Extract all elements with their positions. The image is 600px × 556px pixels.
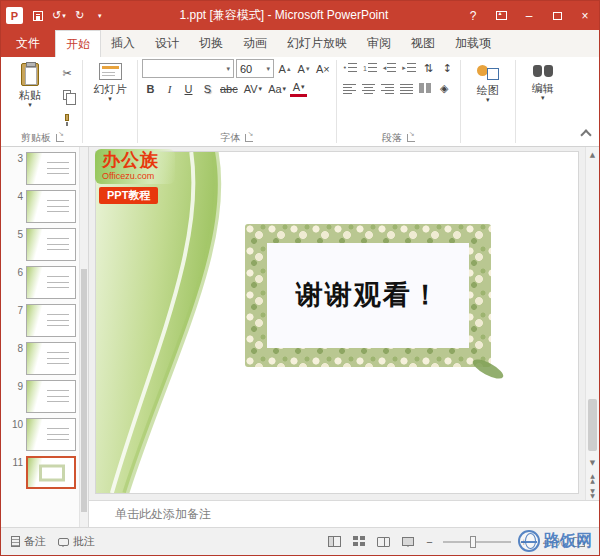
slide-thumbnail[interactable] — [26, 266, 76, 299]
paragraph-dialog-launcher[interactable] — [407, 134, 415, 142]
paste-button[interactable]: 粘贴▾ — [7, 59, 53, 130]
scrollbar-track[interactable] — [586, 162, 599, 455]
thumbnail-scrollbar[interactable] — [79, 147, 88, 527]
collapse-ribbon-button[interactable] — [580, 129, 591, 140]
slide-thumbnail[interactable] — [26, 418, 76, 451]
zoom-slider-handle[interactable] — [470, 536, 476, 548]
fit-to-window-button[interactable] — [567, 531, 591, 553]
character-spacing-button[interactable]: AV▾ — [242, 80, 264, 98]
cut-button[interactable]: ✂ — [56, 64, 78, 82]
text-direction-button[interactable]: ⇅ — [420, 59, 437, 77]
increase-font-size-button[interactable]: A▴ — [276, 60, 293, 78]
next-slide-button[interactable] — [586, 485, 599, 500]
reading-view-button[interactable] — [371, 531, 396, 553]
decrease-font-size-button[interactable]: A▾ — [295, 60, 312, 78]
slide-thumbnail[interactable] — [26, 456, 76, 489]
copy-button[interactable] — [56, 86, 78, 104]
close-button[interactable]: × — [571, 1, 599, 30]
justify-button[interactable] — [398, 79, 415, 97]
line-spacing-button[interactable]: ↕ — [439, 59, 456, 77]
help-button[interactable]: ? — [459, 1, 487, 30]
columns-button[interactable] — [417, 79, 434, 97]
normal-view-button[interactable] — [322, 531, 347, 553]
tab-animations[interactable]: 动画 — [233, 30, 277, 57]
slide-thumbnail[interactable] — [26, 228, 76, 261]
thumbnail-row-9[interactable]: 9 — [1, 380, 76, 413]
vertical-scrollbar[interactable]: ▲ ▼ — [585, 147, 599, 500]
editing-button[interactable]: 编辑▾ — [520, 59, 566, 146]
thumbnail-row-11-selected[interactable]: 11 — [1, 456, 76, 489]
slide-thumbnail[interactable] — [26, 152, 76, 185]
font-color-button[interactable]: A▾ — [290, 82, 307, 97]
text-shadow-button[interactable]: S — [199, 80, 216, 98]
convert-smartart-button[interactable]: ◈ — [436, 79, 453, 97]
underline-button[interactable]: U — [180, 80, 197, 98]
thumbnail-scrollbar-thumb[interactable] — [81, 269, 87, 512]
zoom-in-button[interactable]: + — [515, 531, 533, 553]
thumbnail-row-7[interactable]: 7 — [1, 304, 76, 337]
drawing-button[interactable]: 绘图▾ — [465, 59, 511, 146]
undo-button[interactable]: ↺▾ — [49, 6, 69, 26]
floral-frame[interactable]: 谢谢观看！ — [245, 224, 491, 367]
align-right-button[interactable] — [379, 79, 396, 97]
zoom-out-button[interactable]: − — [420, 531, 438, 553]
clipboard-dialog-launcher[interactable] — [56, 134, 64, 142]
align-center-button[interactable] — [360, 79, 377, 97]
tab-insert[interactable]: 插入 — [101, 30, 145, 57]
powerpoint-app-icon[interactable]: P — [6, 7, 23, 24]
notes-pane[interactable]: 单击此处添加备注 — [89, 500, 599, 527]
bullets-button[interactable]: • — [341, 59, 359, 77]
tab-slideshow[interactable]: 幻灯片放映 — [277, 30, 357, 57]
slide-thumbnail[interactable] — [26, 304, 76, 337]
decrease-indent-button[interactable]: ◂ — [381, 59, 399, 77]
minimize-button[interactable]: – — [515, 1, 543, 30]
scrollbar-thumb[interactable] — [588, 399, 597, 451]
thumbnail-row-6[interactable]: 6 — [1, 266, 76, 299]
tab-file[interactable]: 文件 — [1, 30, 55, 57]
align-left-button[interactable] — [341, 79, 358, 97]
change-case-button[interactable]: Aa▾ — [266, 80, 288, 98]
tab-transitions[interactable]: 切换 — [189, 30, 233, 57]
format-painter-button[interactable] — [56, 108, 78, 126]
scroll-down-button[interactable]: ▼ — [586, 455, 599, 470]
slide-thumbnail[interactable] — [26, 380, 76, 413]
comments-toggle-button[interactable]: 批注 — [52, 531, 101, 553]
bold-button[interactable]: B — [142, 80, 159, 98]
tab-view[interactable]: 视图 — [401, 30, 445, 57]
italic-button[interactable]: I — [161, 80, 178, 98]
tab-design[interactable]: 设计 — [145, 30, 189, 57]
slide-sorter-view-button[interactable] — [347, 531, 371, 553]
thumbnail-row-5[interactable]: 5 — [1, 228, 76, 261]
qat-customize-button[interactable]: ▾ — [91, 6, 109, 26]
slide-thumbnail[interactable] — [26, 342, 76, 375]
increase-indent-button[interactable]: ▸ — [400, 59, 418, 77]
thumbnail-row-8[interactable]: 8 — [1, 342, 76, 375]
scroll-up-button[interactable]: ▲ — [586, 147, 599, 162]
redo-button[interactable]: ↻ — [71, 6, 89, 26]
ribbon-display-options-button[interactable] — [487, 1, 515, 30]
slide-title-text[interactable]: 谢谢观看！ — [296, 277, 441, 313]
strikethrough-button[interactable]: abc — [218, 80, 240, 98]
clear-formatting-button[interactable]: A× — [314, 60, 332, 78]
thumbnail-row-4[interactable]: 4 — [1, 190, 76, 223]
numbering-button[interactable]: 1 — [361, 59, 379, 77]
tab-addins[interactable]: 加载项 — [445, 30, 501, 57]
new-slide-button[interactable]: 幻灯片▾ — [87, 59, 133, 146]
save-button[interactable] — [29, 6, 47, 26]
previous-slide-button[interactable] — [586, 470, 599, 485]
font-name-combo[interactable]: ▾ — [142, 59, 234, 78]
clipboard-group-label: 剪贴板 — [21, 131, 51, 145]
tab-home[interactable]: 开始 — [55, 30, 101, 57]
zoom-percentage[interactable]: 46% — [533, 536, 567, 548]
maximize-button[interactable] — [543, 1, 571, 30]
slideshow-view-button[interactable] — [396, 531, 420, 553]
ribbon: 粘贴▾ ✂ 剪贴板 幻灯片▾ ▾ — [1, 57, 599, 147]
notes-toggle-button[interactable]: 备注 — [5, 531, 52, 553]
slide-thumbnail[interactable] — [26, 190, 76, 223]
thumbnail-row-10[interactable]: 10 — [1, 418, 76, 451]
zoom-slider[interactable] — [443, 541, 511, 543]
font-size-combo[interactable]: 60▾ — [236, 59, 274, 78]
tab-review[interactable]: 审阅 — [357, 30, 401, 57]
font-dialog-launcher[interactable] — [245, 134, 253, 142]
thumbnail-row-3[interactable]: 3 — [1, 152, 76, 185]
